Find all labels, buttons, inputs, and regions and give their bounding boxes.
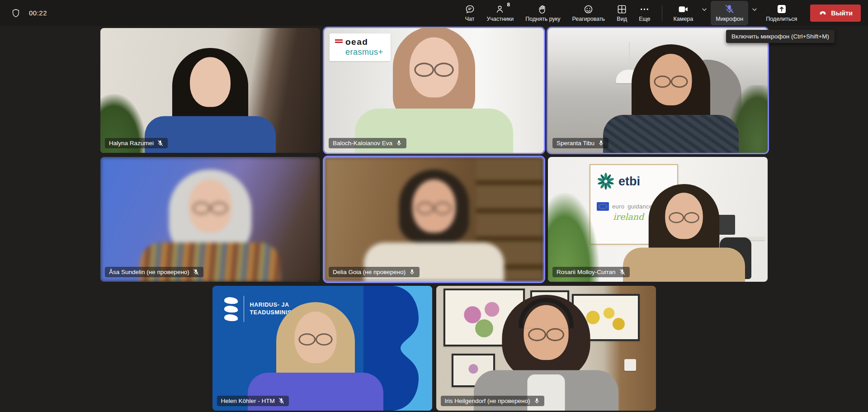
video-tile-iris-heilgendorf[interactable]: Iris Heilgendorf (не проверено) <box>436 286 656 411</box>
react-smiley-icon <box>583 4 594 14</box>
video-preview <box>436 286 656 411</box>
camera-button[interactable]: Камера <box>669 1 698 25</box>
grid-row-3: HARIDUS- JA TEADUSMINISTEERIUM Helen Köh… <box>212 286 656 411</box>
participant-name: Iris Heilgendorf (не проверено) <box>445 398 530 404</box>
participants-button-label: Участники <box>487 16 514 22</box>
react-button[interactable]: Реагировать <box>567 1 610 25</box>
video-preview <box>548 28 768 153</box>
participant-name-label: Delia Goia (не проверено) <box>329 267 420 277</box>
camera-options-chevron-icon[interactable] <box>700 0 709 22</box>
participant-figure <box>354 170 515 282</box>
participant-name-label: Helen Köhler - HTM <box>217 396 289 406</box>
participant-name-label: Iris Heilgendorf (не проверено) <box>441 396 544 406</box>
participant-name-label: Speranta Tibu <box>552 138 609 148</box>
participant-figure <box>237 302 393 411</box>
meeting-status: 00:22 <box>11 8 47 18</box>
video-tile-delia-goia[interactable]: Delia Goia (не проверено) <box>324 157 544 282</box>
participants-count-badge: 8 <box>507 2 510 7</box>
participant-name: Helen Köhler - HTM <box>221 398 275 404</box>
mic-on-icon <box>598 140 604 147</box>
share-button[interactable]: Поделиться <box>761 1 802 25</box>
chat-button-label: Чат <box>465 16 475 22</box>
participants-button[interactable]: 8 Участники <box>482 1 519 25</box>
mic-on-icon <box>533 398 540 404</box>
mic-on-icon <box>409 269 415 275</box>
mic-muted-icon <box>193 269 199 275</box>
video-preview <box>324 157 544 282</box>
raise-hand-button[interactable]: Поднять руку <box>520 1 565 25</box>
more-button[interactable]: Еще <box>634 1 655 25</box>
chat-icon <box>465 4 475 14</box>
etbi-swirl-icon <box>597 172 615 190</box>
mic-muted-icon <box>278 398 285 404</box>
mic-button-label: Микрофон <box>716 16 743 22</box>
participant-figure <box>593 44 749 153</box>
participant-name-label: Rosarii Molloy-Curran <box>552 267 630 277</box>
mic-on-icon <box>396 140 402 147</box>
toolbar-buttons: Чат 8 Участники Поднять руку Реаги <box>460 1 861 25</box>
view-button[interactable]: Вид <box>612 1 632 25</box>
participant-name: Speranta Tibu <box>557 140 594 147</box>
video-tile-speranta-tibu[interactable]: Speranta Tibu <box>548 28 768 153</box>
shield-icon <box>11 8 21 18</box>
mic-button[interactable]: Микрофон <box>711 1 748 25</box>
erasmus-logo-text: erasmus+ <box>345 48 383 57</box>
video-grid: Halyna Razumei oead erasmus+ Baloch- <box>0 26 868 412</box>
mic-tooltip: Включить микрофон (Ctrl+Shift+M) <box>726 30 835 43</box>
meeting-timer: 00:22 <box>29 9 47 17</box>
participant-figure <box>463 295 629 411</box>
video-tile-rosarii-molloy-curran[interactable]: etbi euro guidance ireland <box>548 157 768 282</box>
grid-row-2: Åsa Sundelin (не проверено) Delia Goia (… <box>100 157 768 282</box>
more-ellipsis-icon <box>639 4 650 14</box>
camera-icon <box>678 4 689 14</box>
participant-name: Åsa Sundelin (не проверено) <box>109 269 189 275</box>
video-preview: oead erasmus+ <box>324 28 544 153</box>
estonia-lions-icon <box>224 297 238 321</box>
react-button-label: Реагировать <box>572 16 605 22</box>
participants-icon: 8 <box>495 4 505 14</box>
video-preview <box>100 157 320 282</box>
oead-erasmus-logo: oead erasmus+ <box>330 33 391 61</box>
mic-options-chevron-icon[interactable] <box>750 0 759 22</box>
hang-up-icon <box>818 9 827 18</box>
participant-name: Baloch-Kaloianov Eva <box>333 140 392 147</box>
participant-figure <box>614 184 755 282</box>
raise-hand-icon <box>538 4 548 14</box>
video-preview: etbi euro guidance ireland <box>548 157 768 282</box>
mic-muted-toolbar-icon <box>724 4 735 14</box>
mic-muted-icon <box>619 269 626 275</box>
view-grid-icon <box>617 4 627 14</box>
video-tile-halyna-razumei[interactable]: Halyna Razumei <box>100 28 320 153</box>
grid-row-1: Halyna Razumei oead erasmus+ Baloch- <box>100 28 768 153</box>
video-tile-asa-sundelin[interactable]: Åsa Sundelin (не проверено) <box>100 157 320 282</box>
video-tile-baloch-kaloianov-eva[interactable]: oead erasmus+ Baloch-Kaloianov Eva <box>324 28 544 153</box>
camera-button-label: Камера <box>674 16 693 22</box>
oead-logo-text: oead <box>345 38 368 47</box>
share-button-label: Поделиться <box>766 16 797 22</box>
leave-button[interactable]: Выйти <box>810 5 861 22</box>
participant-name: Halyna Razumei <box>109 140 154 147</box>
participant-name-label: Halyna Razumei <box>105 138 168 148</box>
view-button-label: Вид <box>617 16 627 22</box>
chat-button[interactable]: Чат <box>460 1 480 25</box>
meeting-toolbar: 00:22 Чат 8 Участники Поднять <box>0 0 868 26</box>
video-tile-helen-kohler[interactable]: HARIDUS- JA TEADUSMINISTEERIUM Helen Köh… <box>212 286 432 411</box>
participant-figure <box>135 48 286 153</box>
austria-flag-icon <box>335 39 343 44</box>
participant-name: Rosarii Molloy-Curran <box>557 269 616 275</box>
participant-name-label: Åsa Sundelin (не проверено) <box>105 267 203 277</box>
raise-hand-button-label: Поднять руку <box>525 16 560 22</box>
participant-name-label: Baloch-Kaloianov Eva <box>329 138 406 148</box>
mic-muted-icon <box>157 140 164 147</box>
leave-button-label: Выйти <box>831 9 853 17</box>
share-icon <box>776 4 787 14</box>
meeting-window: 00:22 Чат 8 Участники Поднять <box>0 0 868 412</box>
toolbar-divider <box>662 5 662 21</box>
participant-name: Delia Goia (не проверено) <box>333 269 406 275</box>
participant-figure <box>130 170 291 282</box>
video-preview <box>100 28 320 153</box>
more-button-label: Еще <box>639 16 650 22</box>
video-preview: HARIDUS- JA TEADUSMINISTEERIUM <box>212 286 432 411</box>
